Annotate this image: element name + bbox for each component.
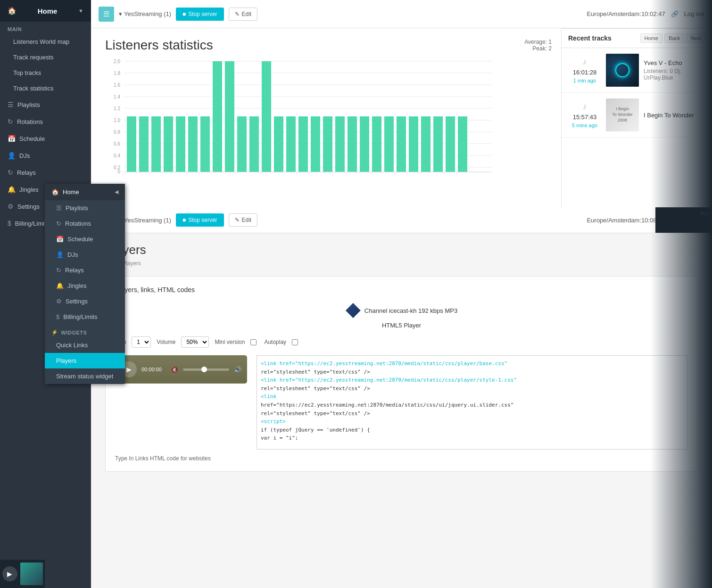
svg-rect-36	[311, 116, 320, 172]
track1-time: 16:01:28	[573, 69, 597, 76]
server-dropdown-2[interactable]: ▾ YesStreaming (1)	[119, 217, 171, 224]
sidebar2-bell-icon: 🔔	[56, 282, 64, 289]
type-in-label: Type In Links HTML code for websites	[115, 455, 688, 462]
edit-button-2[interactable]: ✎ Edit	[229, 213, 258, 227]
svg-text:0: 0	[117, 169, 120, 174]
players-card-title: Players, links, HTML codes	[115, 286, 688, 294]
svg-rect-31	[249, 116, 259, 172]
audio-player-widget: ▶ 00:00:00 🔇 🔊	[115, 355, 247, 384]
sidebar2-item-stream-status[interactable]: Stream status widget	[45, 368, 125, 384]
svg-rect-48	[458, 116, 467, 172]
svg-rect-47	[446, 116, 455, 172]
svg-text:0.6: 0.6	[114, 141, 120, 147]
autoplay-checkbox[interactable]	[292, 339, 298, 345]
topbar2-right-edge: der	[655, 207, 712, 233]
relay-icon: ↻	[8, 169, 13, 176]
audio-progress-bar[interactable]	[183, 368, 229, 371]
sidebar2-item-djs[interactable]: 👤 DJs	[45, 247, 125, 262]
sidebar-item-relays[interactable]: ↻ Relays	[0, 164, 91, 181]
sidebar2-item-quick-links[interactable]: Quick Links	[45, 337, 125, 353]
stop-icon-2: ■	[182, 217, 186, 223]
track2-info: I Begin To Wonder	[644, 112, 705, 119]
sidebar2-item-billing[interactable]: $ Billing/Limits	[45, 309, 125, 325]
mini-version-label: Mini version	[215, 339, 245, 345]
sidebar2-item-players[interactable]: Players	[45, 353, 125, 368]
rotations-icon: ↻	[8, 118, 13, 125]
svg-rect-37	[323, 116, 332, 172]
svg-rect-26	[188, 116, 198, 172]
sidebar-item-track-statistics[interactable]: Track statistics	[0, 81, 91, 96]
logout-button[interactable]: Log out	[684, 10, 704, 17]
track1-time-area: ♪ 16:01:28 1 min ago	[568, 57, 601, 83]
sidebar2-item-jingles[interactable]: 🔔 Jingles	[45, 278, 125, 294]
sidebar-item-playlists[interactable]: ☰ Playlists	[0, 96, 91, 113]
sidebar-item-track-requests[interactable]: Track requests	[0, 49, 91, 65]
sidebar-item-rotations[interactable]: ↻ Rotations	[0, 113, 91, 130]
sidebar-home-header[interactable]: 🏠 Home ▼	[0, 0, 91, 22]
html5-player-label: HTML5 Player	[115, 322, 688, 329]
mini-player-thumbnail	[20, 563, 43, 585]
sidebar2-item-schedule[interactable]: 📅 Schedule	[45, 231, 125, 247]
recent-tracks-header: Recent tracks Home Back Next	[562, 29, 712, 48]
track2-time-area: ♪ 15:57:43 5 mins ago	[568, 102, 601, 128]
average-label: Average: 1	[524, 39, 552, 45]
breadcrumb-current: Players	[122, 260, 141, 267]
server-dropdown[interactable]: ▾ YesStreaming (1)	[119, 10, 171, 17]
track1-info: Yves V - Echo Listeners: 0 Dj: UrPlay.Bl…	[644, 59, 705, 81]
main-top-section: ☰ ▾ YesStreaming (1) ■ Stop server ✎ Edi…	[91, 0, 712, 207]
timezone-icon: 🔗	[671, 10, 679, 17]
skin-select[interactable]: 1	[132, 336, 151, 348]
bell-icon: 🔔	[8, 186, 16, 193]
svg-rect-45	[421, 116, 431, 172]
sidebar2-item-relays[interactable]: ↻ Relays	[45, 262, 125, 278]
svg-rect-25	[176, 116, 185, 172]
audio-volume-icon[interactable]: 🔇	[171, 366, 178, 373]
stop-server-button-2[interactable]: ■ Stop server	[176, 213, 224, 227]
sidebar2-home-icon: 🏠	[51, 188, 59, 196]
sidebar-home-label: Home	[38, 7, 58, 15]
listeners-average: Average: 1 Peak: 2	[524, 39, 552, 52]
svg-text:1.0: 1.0	[114, 118, 120, 123]
svg-rect-28	[213, 61, 222, 172]
sidebar2-item-settings[interactable]: ⚙ Settings	[45, 294, 125, 309]
svg-text:2.0: 2.0	[114, 59, 120, 64]
sidebar2-item-rotations[interactable]: ↻ Rotations	[45, 216, 125, 231]
sidebar-item-djs[interactable]: 👤 DJs	[0, 147, 91, 164]
dollar-icon: $	[8, 220, 11, 227]
player-controls-row: Skin 1 Volume 50% Mini version Autoplay	[115, 336, 688, 348]
hamburger-menu-button[interactable]: ☰	[99, 7, 114, 22]
sidebar2-home-item[interactable]: 🏠 Home ◀	[45, 184, 125, 200]
recent-nav-home-btn[interactable]: Home	[640, 33, 662, 43]
recent-tracks-panel: Recent tracks Home Back Next ♪ 16:01:28 …	[561, 28, 712, 207]
sidebar2-rotations-icon: ↻	[56, 220, 61, 227]
server-name-label-2: YesStreaming (1)	[124, 217, 171, 224]
track2-note-icon: ♪	[583, 102, 587, 112]
recent-nav-back-btn[interactable]: Back	[664, 33, 684, 43]
secondary-sidebar: 🏠 Home ◀ ☰ Playlists ↻ Rotations 📅 Sched…	[45, 184, 125, 384]
code-box[interactable]: <link href="https://ec2.yesstreaming.net…	[257, 355, 688, 449]
sidebar2-gear-icon: ⚙	[56, 298, 62, 305]
main-bottom-section: ☰ ▾ YesStreaming (1) ■ Stop server ✎ Edi…	[91, 207, 712, 588]
player-layout: ▶ 00:00:00 🔇 🔊 <link href="https://ec2.y…	[115, 355, 688, 449]
sidebar-item-schedule[interactable]: 📅 Schedule	[0, 130, 91, 147]
mini-version-checkbox[interactable]	[250, 339, 257, 345]
autoplay-label: Autoplay	[264, 339, 286, 345]
edit-button[interactable]: ✎ Edit	[229, 8, 258, 21]
home-icon: 🏠	[8, 7, 17, 15]
svg-text:1.6: 1.6	[114, 82, 120, 88]
sidebar-item-listeners-world-map[interactable]: Listeners World map	[0, 34, 91, 49]
svg-rect-41	[372, 116, 381, 172]
svg-rect-34	[286, 116, 296, 172]
edit-icon-2: ✎	[235, 217, 240, 223]
topbar1-left: ☰ ▾ YesStreaming (1) ■ Stop server ✎ Edi…	[99, 7, 257, 22]
track1-listeners: Listeners: 0 Dj: UrPlay.Blue	[644, 68, 705, 81]
svg-rect-22	[139, 116, 149, 172]
channel-icon	[346, 303, 361, 318]
mini-player-play-button[interactable]: ▶	[2, 566, 17, 581]
stop-server-button[interactable]: ■ Stop server	[176, 8, 224, 21]
sidebar2-item-playlists[interactable]: ☰ Playlists	[45, 200, 125, 216]
sidebar-item-top-tracks[interactable]: Top tracks	[0, 65, 91, 81]
topbar1-right: Europe/Amsterdam:10:02:47 🔗 Log out	[587, 10, 704, 17]
recent-nav-next-btn[interactable]: Next	[686, 33, 705, 43]
volume-select[interactable]: 50%	[181, 336, 209, 348]
